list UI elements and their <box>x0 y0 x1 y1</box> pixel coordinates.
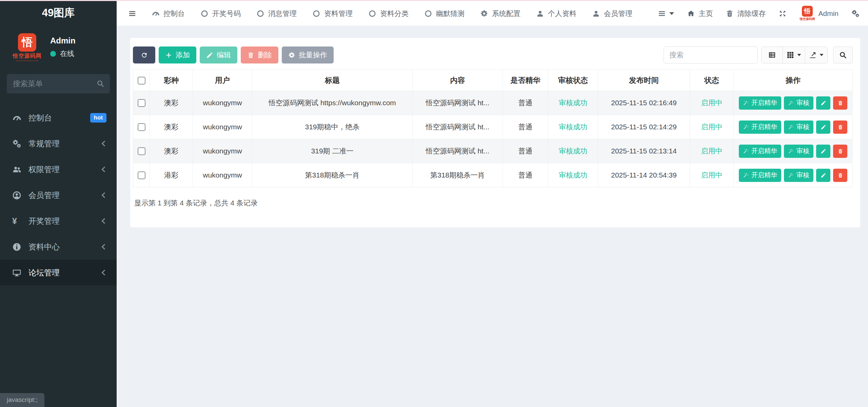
row-edit-button[interactable] <box>816 145 830 158</box>
enable-essence-button[interactable]: 开启精华 <box>739 169 781 182</box>
row-delete-button[interactable] <box>833 145 847 158</box>
logo-glyph: 悟 <box>18 33 36 52</box>
sidebar-menu: 控制台 hot 常规管理 权限管理 会员管理 ¥ 开奖管理 <box>0 105 117 285</box>
refresh-button[interactable] <box>133 47 155 63</box>
plus-icon <box>165 52 172 59</box>
select-all-checkbox[interactable] <box>138 77 145 85</box>
row-checkbox[interactable] <box>138 99 145 107</box>
row-edit-button[interactable] <box>816 96 830 110</box>
home-button[interactable]: 主页 <box>687 9 713 18</box>
user-panel: 悟 悟空源码网 Admin 在线 <box>0 26 117 64</box>
delete-button[interactable]: 删除 <box>241 47 278 63</box>
audit-button[interactable]: 审核 <box>784 145 813 158</box>
row-checkbox[interactable] <box>138 123 145 131</box>
col-header-title: 标题 <box>252 70 413 91</box>
topnav-data-category[interactable]: 资料分类 <box>360 1 416 26</box>
circle-icon <box>256 10 264 18</box>
fullscreen-icon <box>778 10 787 18</box>
chevron-left-icon <box>102 218 107 224</box>
batch-operation-button[interactable]: 批量操作 <box>282 47 334 63</box>
online-status-label: 在线 <box>60 49 74 58</box>
sidebar-toggle-button[interactable] <box>121 10 144 18</box>
col-header-status: 状态 <box>690 70 734 91</box>
pencil-icon <box>206 52 213 59</box>
gear-icon <box>480 10 488 18</box>
sidebar-item-datacenter[interactable]: 资料中心 <box>0 234 117 260</box>
yen-icon: ¥ <box>12 216 28 226</box>
topnav-humor-guess[interactable]: 幽默猜测 <box>416 1 472 26</box>
user-icon <box>592 10 600 18</box>
topnav-system-config[interactable]: 系统配置 <box>472 1 528 26</box>
table-row: 澳彩 wukongymw 319期 二准一 悟空源码网测试 ht... 普通 审… <box>133 139 853 163</box>
trash-icon <box>837 172 843 178</box>
row-delete-button[interactable] <box>833 169 847 182</box>
trash-icon <box>837 100 843 106</box>
enable-essence-button[interactable]: 开启精华 <box>739 121 781 134</box>
sidebar-item-general[interactable]: 常规管理 <box>0 131 117 156</box>
topnav-data-manage[interactable]: 资料管理 <box>304 1 360 26</box>
list-dropdown-button[interactable] <box>658 10 674 18</box>
fullscreen-button[interactable] <box>778 10 787 18</box>
col-header-actions: 操作 <box>734 70 853 91</box>
row-checkbox[interactable] <box>138 147 145 155</box>
topnav-lottery-numbers[interactable]: 开奖号码 <box>193 1 249 26</box>
table-header-row: 彩种 用户 标题 内容 是否精华 审核状态 发布时间 状态 操作 <box>133 70 853 91</box>
wand-icon <box>788 148 794 154</box>
row-edit-button[interactable] <box>816 121 830 134</box>
list-icon <box>658 10 666 18</box>
sidebar-item-members[interactable]: 会员管理 <box>0 182 117 208</box>
view-options-group <box>761 47 828 63</box>
sidebar-item-forum[interactable]: 论坛管理 <box>0 260 117 285</box>
row-delete-button[interactable] <box>833 96 847 110</box>
table-search-input[interactable] <box>664 47 758 63</box>
col-header-essence: 是否精华 <box>503 70 548 91</box>
topnav-profile[interactable]: 个人资料 <box>528 1 584 26</box>
export-icon <box>809 51 817 59</box>
topnav-members[interactable]: 会员管理 <box>584 1 640 26</box>
trash-icon <box>726 10 734 18</box>
clear-cache-button[interactable]: 清除缓存 <box>726 9 766 18</box>
settings-button[interactable] <box>851 10 860 18</box>
trash-icon <box>247 52 254 59</box>
link-preview-tooltip: javascript:; <box>0 393 44 407</box>
audit-button[interactable]: 审核 <box>784 96 813 110</box>
search-icon <box>839 51 847 59</box>
topbar-user-name: Admin <box>818 10 839 18</box>
topnav-messages[interactable]: 消息管理 <box>249 1 304 26</box>
col-header-time: 发布时间 <box>598 70 690 91</box>
enable-essence-button[interactable]: 开启精华 <box>739 145 781 158</box>
caret-down-icon <box>669 12 674 15</box>
row-delete-button[interactable] <box>833 121 847 134</box>
topnav-dashboard[interactable]: 控制台 <box>144 1 193 26</box>
user-circle-icon <box>12 191 28 200</box>
brand-title[interactable]: 49图库 <box>0 0 117 26</box>
edit-button[interactable]: 编辑 <box>200 47 237 63</box>
cogs-icon <box>12 139 28 148</box>
audit-button[interactable]: 审核 <box>784 121 813 134</box>
add-button[interactable]: 添加 <box>159 47 196 63</box>
dashboard-icon <box>12 113 28 123</box>
sidebar-item-lottery[interactable]: ¥ 开奖管理 <box>0 208 117 234</box>
row-edit-button[interactable] <box>816 169 830 182</box>
audit-button[interactable]: 审核 <box>784 169 813 182</box>
wand-icon <box>788 100 794 106</box>
content-panel: 添加 编辑 删除 批量操作 <box>130 38 860 227</box>
col-header-audit: 审核状态 <box>548 70 598 91</box>
detail-view-button[interactable] <box>762 47 783 63</box>
row-checkbox[interactable] <box>138 171 145 179</box>
refresh-icon <box>141 52 148 59</box>
user-name: Admin <box>50 36 76 45</box>
search-button[interactable] <box>833 47 853 63</box>
user-menu[interactable]: 悟 悟空源码网 Admin <box>800 6 839 21</box>
dashboard-icon <box>152 10 160 18</box>
export-button[interactable] <box>805 47 827 63</box>
sidebar-item-permissions[interactable]: 权限管理 <box>0 156 117 182</box>
enable-essence-button[interactable]: 开启精华 <box>739 96 781 110</box>
sidebar-item-dashboard[interactable]: 控制台 hot <box>0 105 117 131</box>
forum-posts-table: 彩种 用户 标题 内容 是否精华 审核状态 发布时间 状态 操作 <box>133 70 853 187</box>
trash-icon <box>837 148 843 154</box>
chevron-left-icon <box>102 192 107 198</box>
sidebar-search-input[interactable] <box>7 74 110 93</box>
wand-icon <box>788 124 794 130</box>
columns-toggle-button[interactable] <box>783 47 805 63</box>
